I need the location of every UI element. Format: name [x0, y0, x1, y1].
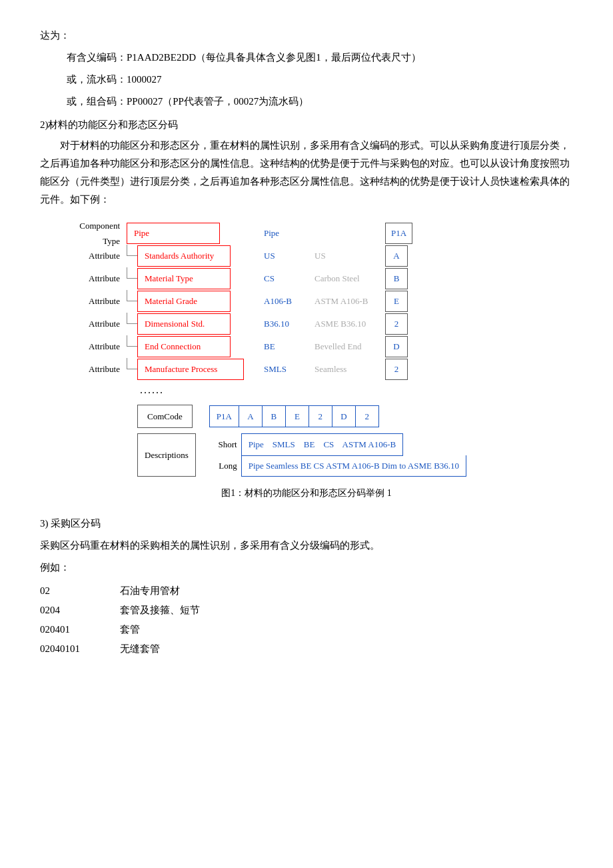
- desc-cs: Carbon Steel: [314, 271, 381, 286]
- short-label: Short: [213, 437, 237, 452]
- code-desc-020401: 套管: [120, 621, 140, 639]
- label-attr2: Attribute: [67, 271, 127, 286]
- code-p1a: P1A: [385, 223, 412, 243]
- value-b3610: B36.10: [264, 316, 310, 331]
- list-item: 02040101 无缝套管: [40, 640, 573, 658]
- section2-title: 2)材料的功能区分和形态区分码: [40, 116, 573, 134]
- comcode-b: B: [262, 405, 286, 427]
- intro-line1: 达为：: [40, 27, 573, 45]
- desc-b3610: ASME B36.10: [314, 316, 381, 331]
- section3-para: 采购区分码重在材料的采购相关的属性识别，多采用有含义分级编码的形式。: [40, 537, 573, 555]
- figure-caption: 图1：材料的功能区分和形态区分码举例 1: [53, 485, 560, 501]
- label-attr3: Attribute: [67, 293, 127, 309]
- code-list: 02 石油专用管材 0204 套管及接箍、短节 020401 套管 020401…: [40, 582, 573, 658]
- value-pipe: Pipe: [264, 225, 310, 241]
- code-b: B: [385, 268, 408, 289]
- code-2a: 2: [385, 313, 408, 334]
- section2-para: 对于材料的功能区分和形态区分，重在材料的属性识别，多采用有含义编码的形式。可以从…: [40, 137, 573, 209]
- code-e: E: [385, 291, 408, 311]
- descriptions-label: Descriptions: [137, 433, 196, 477]
- list-item: 020401 套管: [40, 621, 573, 639]
- dots: ......: [127, 381, 164, 400]
- intro-line2: 有含义编码：P1AAD2BE2DD（每位具备具体含义参见图1，最后两位代表尺寸）: [67, 49, 573, 67]
- label-attr1: Attribute: [67, 248, 127, 263]
- page-content: 达为： 有含义编码：P1AAD2BE2DD（每位具备具体含义参见图1，最后两位代…: [40, 27, 573, 658]
- long-label: Long: [213, 458, 237, 473]
- list-item: 02 石油专用管材: [40, 582, 573, 600]
- intro-line3: 或，流水码：1000027: [67, 71, 573, 89]
- value-be: BE: [264, 339, 310, 354]
- section3: 3) 采购区分码 采购区分码重在材料的采购相关的属性识别，多采用有含义分级编码的…: [40, 515, 573, 658]
- list-item: 0204 套管及接箍、短节: [40, 601, 573, 619]
- desc-a106b: ASTM A106-B: [314, 293, 381, 309]
- code-a: A: [385, 245, 408, 266]
- comcode-d: D: [332, 405, 356, 427]
- code-num-02040101: 02040101: [40, 640, 120, 658]
- box-dimensional-std: Dimensional Std.: [137, 313, 231, 334]
- box-end-connection: End Connection: [137, 336, 231, 357]
- comcode-label: ComCode: [137, 405, 193, 428]
- desc-smls: Seamless: [314, 361, 381, 377]
- long-value-box: Pipe Seamless BE CS ASTM A106-B Dim to A…: [241, 455, 466, 477]
- comcode-2b: 2: [355, 405, 379, 427]
- box-standards-authority: Standards Authority: [137, 245, 231, 266]
- code-desc-0204: 套管及接箍、短节: [120, 601, 200, 619]
- code-num-020401: 020401: [40, 621, 120, 639]
- code-num-0204: 0204: [40, 601, 120, 619]
- box-pipe: Pipe: [127, 223, 220, 243]
- box-manufacture-process: Manufacture Process: [137, 359, 244, 379]
- comcode-a: A: [239, 405, 263, 427]
- section3-example-label: 例如：: [40, 559, 573, 577]
- code-desc-02040101: 无缝套管: [120, 640, 160, 658]
- code-desc-02: 石油专用管材: [120, 582, 180, 600]
- label-attr4: Attribute: [67, 316, 127, 331]
- comcode-2a: 2: [308, 405, 332, 427]
- section3-title: 3) 采购区分码: [40, 515, 573, 533]
- intro-line4: 或，组合码：PP00027（PP代表管子，00027为流水码）: [67, 93, 573, 111]
- desc-be: Bevelled End: [314, 339, 381, 354]
- comcode-e: E: [285, 405, 309, 427]
- code-d: D: [385, 336, 408, 357]
- box-material-grade: Material Grade: [137, 291, 231, 311]
- diagram: Component Type Pipe Attribute Standards …: [53, 222, 560, 501]
- short-values-box: Pipe SMLS BE CS ASTM A106-B: [241, 433, 403, 455]
- value-cs: CS: [264, 271, 310, 286]
- comcode-p1a: P1A: [209, 405, 239, 427]
- code-2b: 2: [385, 359, 408, 379]
- label-attr6: Attribute: [67, 361, 127, 377]
- value-smls: SMLS: [264, 361, 310, 377]
- code-num-02: 02: [40, 582, 120, 600]
- value-us: US: [264, 248, 310, 263]
- label-attr5: Attribute: [67, 339, 127, 354]
- box-material-type: Material Type: [137, 268, 231, 289]
- value-a106b: A106-B: [264, 293, 310, 309]
- desc-us: US: [314, 248, 381, 263]
